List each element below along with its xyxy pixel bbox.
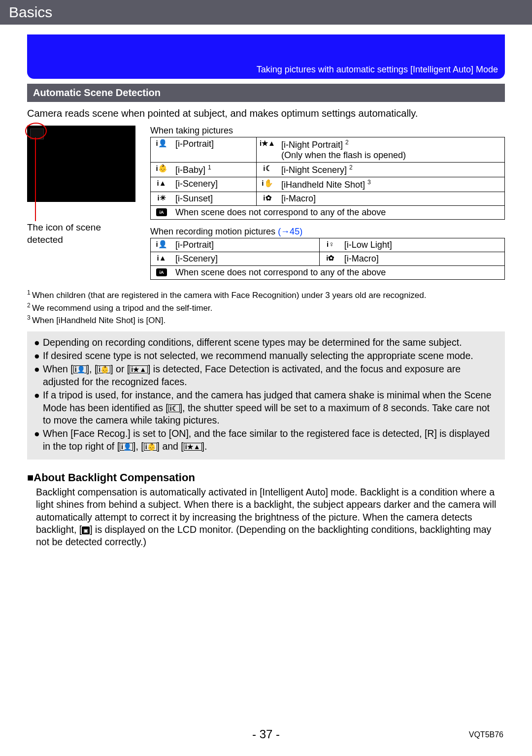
scene-icon: i▲ [151, 252, 173, 266]
about-text: Backlight compensation is automatically … [36, 486, 505, 549]
table-row: i▲ [i-Scenery] i✿ [i-Macro] [151, 252, 505, 266]
scene-icon: i▲ [151, 177, 173, 192]
section-title: Automatic Scene Detection [33, 87, 161, 98]
page-number: - 37 - [0, 727, 532, 741]
scene-label: [i-Scenery] [172, 177, 256, 192]
fallback-text: When scene does not correspond to any of… [172, 206, 505, 220]
scene-icon: i👤 [151, 238, 173, 252]
scene-table-pictures: i👤 [i-Portrait] i★▲ [i-Night Portrait] 2… [150, 137, 505, 220]
page-header: Basics [0, 0, 532, 25]
mode-banner: Taking pictures with automatic settings … [27, 34, 505, 79]
footnote-3: When [iHandheld Nite Shot] is [ON]. [32, 316, 166, 325]
about-heading: ■About Backlight Compensation [27, 471, 505, 484]
scene-label: [i-Night Portrait] 2(Only when the flash… [278, 137, 505, 163]
note-item: If desired scene type is not selected, w… [43, 350, 473, 362]
callout-circle [25, 123, 47, 139]
scene-label: [i-Low Light] [341, 238, 505, 252]
footnotes: 1 When children (that are registered in … [27, 289, 505, 327]
table-row-fallback: iA When scene does not correspond to any… [151, 206, 505, 220]
header-title: Basics [9, 4, 52, 20]
scene-icon: i♀ [319, 238, 341, 252]
footnote-1: When children (that are registered in th… [32, 291, 426, 300]
document-id: VQT5B76 [469, 730, 503, 739]
baby-icon: i👶 [144, 443, 157, 451]
caption-line-1: The icon of scene [27, 222, 101, 232]
table-row: i👤 [i-Portrait] i♀ [i-Low Light] [151, 238, 505, 252]
note-item: When [Face Recog.] is set to [ON], and t… [43, 427, 498, 453]
backlight-icon: ▣ [82, 526, 90, 534]
notes-block: ●Depending on recording conditions, diff… [27, 331, 505, 460]
table-row: i👶 [i-Baby] 1 i☾ [i-Night Scenery] 2 [151, 163, 505, 177]
intro-text: Camera reads scene when pointed at subje… [27, 107, 505, 120]
scene-label: [i-Macro] [341, 252, 505, 266]
portrait-icon: i👤 [120, 443, 133, 451]
note-item: Depending on recording conditions, diffe… [43, 336, 462, 349]
table1-title: When taking pictures [150, 126, 505, 136]
callout-line [35, 137, 36, 221]
table-row: i▲ [i-Scenery] i✋ [iHandheld Nite Shot] … [151, 177, 505, 192]
scene-label: [i-Portrait] [172, 137, 256, 163]
footnote-2: We recommend using a tripod and the self… [32, 303, 212, 312]
preview-caption: The icon of scene detected [27, 222, 140, 246]
night-portrait-icon: i★▲ [130, 365, 148, 373]
night-scenery-icon: i☾ [168, 404, 180, 412]
ia-icon: iA [151, 266, 173, 280]
scene-label: [i-Scenery] [172, 252, 319, 266]
night-portrait-icon: i★▲ [184, 443, 202, 451]
scene-table-motion: i👤 [i-Portrait] i♀ [i-Low Light] i▲ [i-S… [150, 238, 505, 280]
scene-icon: i☀ [151, 192, 173, 206]
scene-icon: i✿ [256, 192, 278, 206]
page-link[interactable]: (→45) [278, 227, 302, 236]
scene-icon: i★▲ [256, 137, 278, 163]
table-row: i☀ [i-Sunset] i✿ [i-Macro] [151, 192, 505, 206]
baby-icon: i👶 [97, 365, 110, 373]
scene-icon: i✿ [319, 252, 341, 266]
table-row-fallback: iA When scene does not correspond to any… [151, 266, 505, 280]
ia-icon: iA [151, 206, 173, 220]
scene-label: [i-Portrait] [172, 238, 319, 252]
scene-icon: i👤 [151, 137, 173, 163]
scene-label: [i-Macro] [278, 192, 505, 206]
caption-line-2: detected [27, 234, 63, 245]
section-heading: Automatic Scene Detection [27, 84, 505, 102]
scene-icon: i☾ [256, 163, 278, 177]
table-row: i👤 [i-Portrait] i★▲ [i-Night Portrait] 2… [151, 137, 505, 163]
scene-icon: i✋ [256, 177, 278, 192]
scene-label: [iHandheld Nite Shot] 3 [278, 177, 505, 192]
portrait-icon: i👤 [73, 365, 87, 373]
banner-text: Taking pictures with automatic settings … [257, 65, 498, 75]
note-item: When [i👤], [i👶] or [i★▲] is detected, Fa… [43, 363, 498, 388]
fallback-text: When scene does not correspond to any of… [172, 266, 505, 280]
table2-title: When recording motion pictures (→45) [150, 227, 505, 237]
lcd-preview [27, 126, 135, 202]
scene-label: [i-Night Scenery] 2 [278, 163, 505, 177]
scene-label: [i-Baby] 1 [172, 163, 256, 177]
scene-icon: i👶 [151, 163, 173, 177]
scene-label: [i-Sunset] [172, 192, 256, 206]
note-item: If a tripod is used, for instance, and t… [43, 389, 498, 427]
